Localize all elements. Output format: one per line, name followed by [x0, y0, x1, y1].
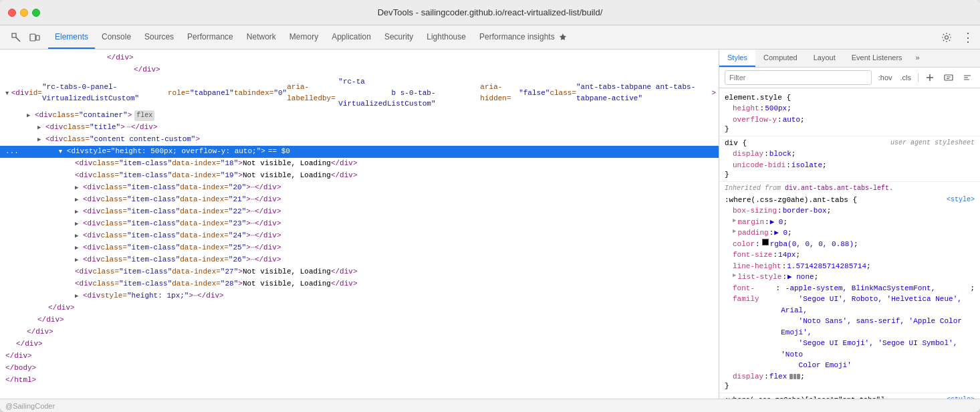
style-rule-header: element.style { — [725, 94, 975, 103]
tabs-right-actions: ⋮ — [937, 25, 977, 49]
style-rule-ant-tabs: :where(.css-zg0ahe).ant-tabs { <style> b… — [719, 193, 980, 393]
style-source[interactable]: <style> — [947, 196, 975, 203]
minimize-button[interactable] — [20, 9, 28, 17]
style-rule-div: div { user agent stylesheet display : bl… — [719, 136, 980, 182]
tab-application[interactable]: Application — [325, 25, 378, 49]
dom-line[interactable]: </div> — [0, 326, 719, 338]
style-prop: display : flex ; — [733, 371, 975, 383]
style-selector: element.style { — [725, 94, 791, 102]
inherited-from-label: Inherited from div.ant-tabs.ant-tabs-lef… — [719, 182, 980, 193]
styles-filter-input[interactable] — [725, 70, 872, 85]
dom-line[interactable]: </div> — [0, 302, 719, 314]
dom-line[interactable]: <div class="item-class" data-index="20" … — [0, 182, 719, 194]
style-prop: font-family : -apple-system, BlinkMacSys… — [733, 283, 975, 371]
changes-button[interactable] — [960, 70, 975, 85]
style-rule-header: :where(.css-zg0ahe).ant-tabs { <style> — [725, 196, 975, 205]
svg-rect-5 — [789, 374, 793, 379]
tab-styles[interactable]: Styles — [719, 49, 755, 67]
tab-layout[interactable]: Layout — [806, 49, 844, 67]
style-prop: ▶ list-style : ▶ none ; — [733, 272, 975, 283]
style-prop: display : block ; — [733, 148, 975, 160]
styles-content: element.style { height : 500px ; overflo… — [719, 88, 980, 399]
tab-console[interactable]: Console — [95, 25, 138, 49]
dom-line[interactable]: <div class="item-class" data-index="21" … — [0, 194, 719, 206]
dom-tree-panel[interactable]: </div> </div> <div id="rc-tabs-0-panel-V… — [0, 49, 719, 399]
devtools-main: </div> </div> <div id="rc-tabs-0-panel-V… — [0, 49, 980, 399]
tab-elements[interactable]: Elements — [48, 25, 95, 49]
dom-line[interactable]: <div class="item-class" data-index="24" … — [0, 230, 719, 242]
close-button[interactable] — [8, 9, 16, 17]
devtools-window: DevTools - sailingcoder.github.io/react-… — [0, 0, 980, 412]
dom-line[interactable]: </div> — [0, 338, 719, 350]
tab-computed[interactable]: Computed — [755, 49, 806, 67]
tab-security[interactable]: Security — [378, 25, 420, 49]
dom-line[interactable]: <div class="item-class" data-index="25" … — [0, 242, 719, 254]
svg-rect-6 — [793, 374, 796, 379]
dom-line[interactable]: </div> — [0, 350, 719, 363]
dom-line[interactable]: <div class="item-class" data-index="23" … — [0, 218, 719, 230]
hov-filter-button[interactable]: :hov — [876, 72, 895, 83]
style-prop: line-height : 1.5714285714285714 ; — [733, 261, 975, 272]
dom-line[interactable]: <div class="item-class" data-index="26" … — [0, 254, 719, 266]
tab-sources[interactable]: Sources — [138, 25, 180, 49]
tab-more[interactable]: » — [910, 49, 925, 67]
style-selector: :where(.css-zg0ahe).ant-tabs { — [725, 196, 857, 204]
toggle-element-state-button[interactable] — [941, 70, 956, 85]
dom-line[interactable]: <div class="title" > ⋯ </div> — [0, 122, 719, 134]
dom-line[interactable]: <div class="container" > flex — [0, 110, 719, 122]
color-swatch[interactable] — [762, 239, 769, 245]
filter-separator — [918, 73, 918, 82]
tab-performance-insights[interactable]: Performance insights — [473, 25, 574, 49]
style-prop: box-sizing : border-box ; — [733, 205, 975, 217]
style-prop: unicode-bidi : isolate ; — [733, 160, 975, 171]
style-prop: color : rgba(0, 0, 0, 0.88) ; — [733, 239, 975, 250]
style-rule-ant-tabs-2: :where(.css-zg0ahe)[class^="ant-tabs"],:… — [719, 393, 980, 399]
dom-line[interactable]: </div> — [0, 314, 719, 326]
maximize-button[interactable] — [32, 9, 40, 17]
dom-line[interactable]: </div> — [0, 52, 719, 64]
device-toolbar-button[interactable] — [27, 29, 43, 45]
dom-line[interactable]: <div class="item-class" data-index="22" … — [0, 206, 719, 218]
style-prop: height : 500px ; — [733, 103, 975, 114]
dom-line[interactable]: </html> — [0, 375, 719, 387]
svg-rect-2 — [36, 35, 39, 40]
dom-line[interactable]: </body> — [0, 363, 719, 375]
tab-event-listeners[interactable]: Event Listeners — [844, 49, 910, 67]
style-prop: overflow-y : auto ; — [733, 114, 975, 126]
settings-button[interactable] — [937, 28, 956, 47]
bottom-bar: @SailingCoder — [0, 399, 980, 412]
tab-memory[interactable]: Memory — [283, 25, 325, 49]
tab-lighthouse[interactable]: Lighthouse — [420, 25, 473, 49]
svg-rect-4 — [945, 75, 953, 80]
styles-panel: Styles Computed Layout Event Listeners » — [719, 49, 980, 399]
add-style-rule-button[interactable] — [923, 70, 937, 85]
dom-line[interactable]: <div class="item-class" data-index="18" … — [0, 158, 719, 170]
style-prop: ▶ padding : ▶ 0 ; — [733, 227, 975, 239]
filter-buttons: :hov .cls — [876, 72, 914, 83]
style-source: user agent stylesheet — [890, 139, 975, 146]
inspect-element-button[interactable] — [8, 29, 24, 45]
svg-point-3 — [945, 35, 949, 39]
tab-performance[interactable]: Performance — [180, 25, 240, 49]
style-rule-header: div { user agent stylesheet — [725, 139, 975, 148]
cls-filter-button[interactable]: .cls — [898, 72, 914, 83]
more-button[interactable]: ⋮ — [959, 28, 977, 47]
tab-network[interactable]: Network — [240, 25, 283, 49]
dom-line[interactable]: <div id="rc-tabs-0-panel-VirtualizedList… — [0, 76, 719, 110]
styles-subtabs: Styles Computed Layout Event Listeners » — [719, 49, 980, 68]
dom-line[interactable]: <div class="item-class" data-index="28" … — [0, 278, 719, 290]
bottom-bar-text: @SailingCoder — [5, 402, 55, 410]
dom-line[interactable]: <div class="content content-custom" > — [0, 134, 719, 146]
style-selector: div { — [725, 139, 747, 147]
styles-filter-bar: :hov .cls — [719, 68, 980, 88]
style-prop: ▶ margin : ▶ 0 ; — [733, 217, 975, 228]
style-rule-element: element.style { height : 500px ; overflo… — [719, 91, 980, 136]
devtools-tabbar: Elements Console Sources Performance Net… — [0, 25, 980, 49]
dom-line[interactable]: <div class="item-class" data-index="27" … — [0, 266, 719, 278]
dom-line[interactable]: </div> — [0, 64, 719, 76]
toolbar-icons — [3, 25, 48, 49]
dom-line[interactable]: <div class="item-class" data-index="19" … — [0, 170, 719, 182]
svg-rect-0 — [12, 33, 16, 37]
dom-line-selected[interactable]: ... <div style= "height: 500px; overflow… — [0, 146, 719, 158]
dom-line[interactable]: <div style="height: 1px;" > ⋯ </div> — [0, 290, 719, 302]
